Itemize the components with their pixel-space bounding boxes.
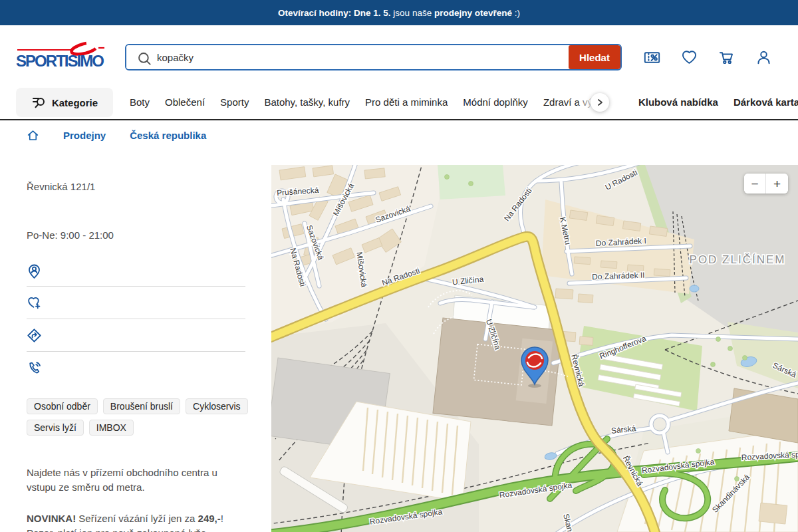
nav-items: Boty Oblečení Sporty Batohy, tašky, kufr… bbox=[113, 85, 798, 119]
breadcrumb-prodejny[interactable]: Prodejny bbox=[63, 130, 106, 141]
announcement-bold: Otevírací hodiny: Dne 1. 5. bbox=[278, 8, 391, 18]
announcement-text: :) bbox=[512, 8, 520, 18]
navigation-icon bbox=[27, 328, 42, 343]
main-nav: Kategorie Boty Oblečení Sporty Batohy, t… bbox=[0, 85, 798, 120]
nav-item-obleceni[interactable]: Oblečení bbox=[165, 96, 205, 108]
tag-imbox[interactable]: IMBOX bbox=[89, 420, 134, 436]
store-news: NOVINKA! Seřízení vázání lyží jen za 249… bbox=[27, 511, 249, 532]
zoom-in-button[interactable]: + bbox=[766, 174, 788, 194]
account-icon bbox=[755, 49, 773, 66]
store-address: Řevnická 121/1 bbox=[27, 181, 95, 192]
breadcrumb-ceska-republika[interactable]: Česká republika bbox=[130, 130, 206, 141]
nav-item-klubova-nabidka[interactable]: Klubová nabídka bbox=[638, 96, 718, 108]
store-description: Najdete nás v přízemí obchodního centra … bbox=[27, 466, 249, 495]
store-navigate-row[interactable] bbox=[27, 328, 246, 342]
store-favorite-row[interactable] bbox=[27, 295, 246, 310]
account-button[interactable] bbox=[750, 44, 777, 70]
wishlist-icon bbox=[680, 49, 698, 66]
kategorie-label: Kategorie bbox=[52, 97, 98, 108]
tag-osobni-odber[interactable]: Osobní odběr bbox=[27, 398, 98, 414]
store-news-text: Seřízení vázání lyží jen za bbox=[76, 513, 198, 524]
divider bbox=[27, 286, 245, 287]
map-canvas: PrušáneckáMíšovickáSazovickáSazovickáNa … bbox=[271, 165, 798, 532]
nav-item-deti[interactable]: Pro děti a miminka bbox=[365, 96, 448, 108]
nav-item-batohy[interactable]: Batohy, tašky, kufry bbox=[264, 96, 350, 108]
announcement-bold: prodejny otevřené bbox=[434, 8, 512, 18]
logo-text: SPORTISIMO bbox=[16, 52, 104, 70]
map[interactable]: PrušáneckáMíšovickáSazovickáSazovickáNa … bbox=[271, 165, 798, 532]
store-phone-row[interactable] bbox=[27, 360, 246, 375]
kategorie-button[interactable]: Kategorie bbox=[16, 88, 113, 117]
nav-item-sporty[interactable]: Sporty bbox=[220, 96, 249, 108]
category-menu-icon bbox=[31, 95, 46, 110]
store-news-price: 249,- bbox=[198, 513, 221, 524]
phone-icon bbox=[27, 360, 42, 376]
breadcrumb: Prodejny Česká republika bbox=[27, 129, 206, 142]
nav-scroll-right-button[interactable] bbox=[591, 93, 609, 112]
discount-icon bbox=[643, 49, 661, 66]
cart-icon bbox=[718, 49, 735, 66]
sportisimo-logo[interactable]: SPORTISIMO bbox=[16, 41, 105, 72]
cart-button[interactable] bbox=[713, 44, 739, 70]
store-hours: Po-Ne: 9:00 - 21:00 bbox=[27, 229, 114, 241]
map-street-label: Do Zahrádek II bbox=[592, 271, 645, 282]
home-icon[interactable] bbox=[27, 129, 39, 142]
tag-cykloservis[interactable]: Cykloservis bbox=[186, 398, 248, 414]
nav-item-doplnky[interactable]: Módní doplňky bbox=[463, 96, 528, 108]
store-news-bold: NOVINKA! bbox=[27, 513, 76, 524]
nav-item-zdravi[interactable]: Zdraví a výž bbox=[543, 96, 597, 108]
announcement-bar: Otevírací hodiny: Dne 1. 5. jsou naše pr… bbox=[0, 0, 798, 25]
chevron-right-icon bbox=[595, 98, 604, 107]
map-zoom-control: − + bbox=[744, 174, 788, 194]
tag-brouseni-brusli[interactable]: Broušení bruslí bbox=[103, 398, 180, 414]
wishlist-button[interactable] bbox=[676, 44, 702, 70]
nav-item-darkova-karta[interactable]: Dárková karta bbox=[733, 96, 798, 108]
discount-voucher-button[interactable] bbox=[638, 44, 665, 70]
search-button[interactable]: Hledat bbox=[569, 45, 620, 69]
nav-item-boty[interactable]: Boty bbox=[130, 96, 150, 108]
store-location-row[interactable] bbox=[27, 263, 246, 278]
heart-plus-icon bbox=[27, 295, 42, 311]
search-icon bbox=[136, 50, 153, 67]
announcement-text: jsou naše bbox=[391, 8, 434, 18]
divider bbox=[27, 319, 245, 319]
store-service-tags: Osobní odběr Broušení bruslí Cykloservis… bbox=[27, 398, 253, 436]
divider bbox=[27, 351, 245, 352]
tag-servis-lyzi[interactable]: Servis lyží bbox=[27, 420, 84, 436]
page: Otevírací hodiny: Dne 1. 5. jsou naše pr… bbox=[0, 0, 798, 532]
zoom-out-button[interactable]: − bbox=[744, 174, 766, 194]
header: SPORTISIMO Hledat bbox=[0, 25, 798, 85]
person-pin-icon bbox=[27, 263, 42, 279]
map-street-label: POD ZLIČÍNEM bbox=[690, 253, 786, 266]
search-bar: Hledat bbox=[125, 44, 622, 70]
search-input[interactable] bbox=[126, 45, 569, 69]
